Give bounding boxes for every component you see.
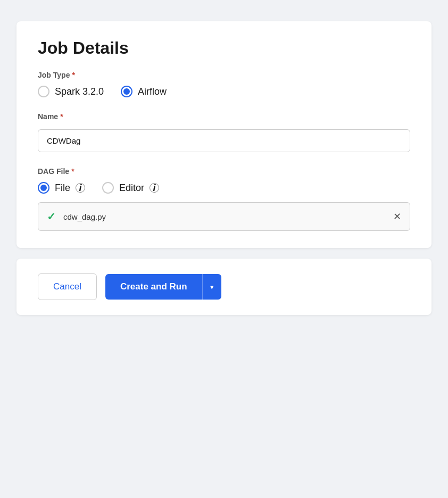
radio-circle-spark [38,86,49,97]
radio-circle-airflow [121,86,132,97]
dag-file-radio-group: File i Editor i [38,182,410,194]
radio-option-airflow[interactable]: Airflow [121,86,167,97]
radio-option-editor[interactable]: Editor i [102,182,159,194]
dag-file-required: * [71,167,74,176]
file-name-display: cdw_dag.py [63,212,386,221]
file-input-box: ✓ cdw_dag.py ✕ [38,202,410,231]
check-icon: ✓ [47,210,56,223]
radio-circle-file [38,182,49,194]
create-run-button-group: Create and Run ▾ [105,274,221,300]
dropdown-arrow-icon: ▾ [210,283,214,291]
radio-circle-editor [102,182,114,194]
radio-label-airflow: Airflow [138,86,167,97]
name-input[interactable] [38,129,410,152]
name-field-label: Name * [38,112,410,121]
cancel-button[interactable]: Cancel [38,273,97,300]
file-info-icon[interactable]: i [76,183,85,193]
name-section: Name * [38,112,410,152]
radio-option-file[interactable]: File i [38,182,85,194]
dag-file-label: DAG File * [38,167,410,176]
job-details-card: Job Details Job Type * Spark 3.2.0 Airfl… [16,21,432,248]
editor-info-icon[interactable]: i [150,183,159,193]
job-type-radio-group: Spark 3.2.0 Airflow [38,86,410,97]
job-type-required: * [72,71,74,79]
job-type-label: Job Type * [38,71,410,79]
close-file-icon[interactable]: ✕ [393,211,401,222]
create-run-dropdown-button[interactable]: ▾ [202,274,221,300]
radio-label-editor: Editor [119,182,144,194]
card-title: Job Details [38,38,410,58]
create-run-button[interactable]: Create and Run [105,274,202,300]
action-card: Cancel Create and Run ▾ [16,259,432,315]
radio-option-spark[interactable]: Spark 3.2.0 [38,86,104,97]
name-required: * [60,112,63,121]
radio-label-spark: Spark 3.2.0 [55,86,104,97]
dag-file-section: DAG File * File i Editor i ✓ cdw_dag.py … [38,167,410,231]
radio-label-file: File [55,182,70,194]
